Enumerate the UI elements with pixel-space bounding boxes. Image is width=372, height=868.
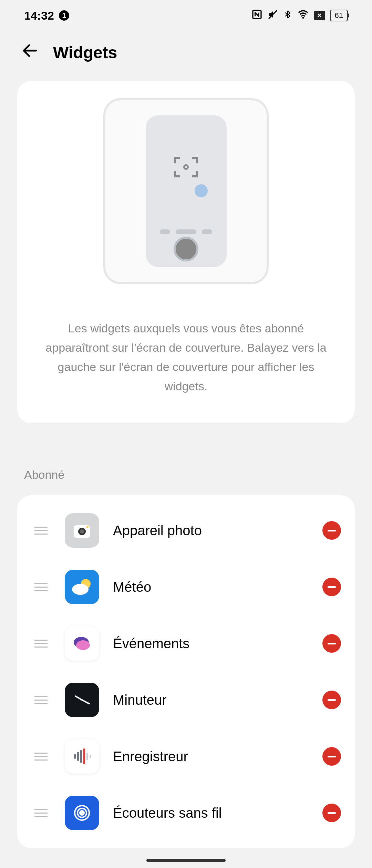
list-item: Événements [31, 615, 341, 672]
bluetooth-icon [283, 9, 292, 22]
list-item-label: Écouteurs sans fil [113, 805, 309, 821]
intro-card: Les widgets auxquels vous vous êtes abon… [17, 81, 355, 423]
svg-point-5 [80, 529, 84, 534]
drag-handle-icon[interactable] [31, 696, 51, 704]
svg-rect-15 [80, 750, 82, 763]
svg-line-11 [75, 696, 82, 700]
navigation-handle[interactable] [146, 859, 226, 862]
svg-rect-13 [74, 754, 76, 759]
drag-handle-icon[interactable] [31, 583, 51, 591]
list-item-label: Météo [113, 579, 309, 595]
remove-button[interactable] [322, 747, 341, 766]
svg-rect-16 [83, 748, 85, 764]
svg-line-12 [82, 700, 89, 704]
viewfinder-icon [174, 157, 198, 177]
svg-rect-17 [86, 753, 88, 760]
battery-indicator: 61 [330, 10, 348, 21]
drag-handle-icon[interactable] [31, 809, 51, 817]
svg-rect-14 [77, 752, 79, 761]
home-button-icon [174, 237, 198, 261]
page-header: Widgets [0, 31, 372, 81]
list-item-label: Appareil photo [113, 523, 309, 538]
nfc-icon [251, 9, 262, 22]
list-item: Météo [31, 559, 341, 615]
remove-button[interactable] [322, 578, 341, 596]
recorder-icon [65, 739, 99, 774]
list-item: Écouteurs sans fil [31, 785, 341, 841]
remove-button[interactable] [322, 521, 341, 540]
events-icon [65, 626, 99, 661]
remove-button[interactable] [322, 691, 341, 709]
svg-point-19 [79, 810, 85, 816]
intro-description: Les widgets auxquels vous vous êtes abon… [38, 319, 334, 396]
list-item-label: Minuteur [113, 692, 309, 708]
camera-icon [65, 513, 99, 548]
wifi-icon [297, 9, 309, 22]
svg-point-2 [302, 17, 304, 18]
notification-badge: 1 [59, 10, 69, 21]
indicator-dot-icon [195, 184, 208, 197]
earbuds-icon [65, 796, 99, 830]
svg-rect-18 [90, 755, 91, 758]
list-item: Minuteur [31, 672, 341, 728]
subscribed-section-title: Abonné [24, 468, 348, 482]
drag-handle-icon[interactable] [31, 527, 51, 535]
data-block-icon: ✕ [314, 11, 325, 20]
drag-handle-icon[interactable] [31, 640, 51, 648]
svg-point-10 [76, 640, 90, 650]
list-item: Enregistreur [31, 728, 341, 785]
status-bar: 14:32 1 ✕ 61 [0, 0, 372, 31]
status-time: 14:32 [24, 9, 54, 22]
mute-icon [267, 9, 278, 22]
svg-point-8 [72, 584, 89, 595]
list-item: Appareil photo [31, 502, 341, 559]
list-item-label: Enregistreur [113, 749, 309, 764]
weather-icon [65, 570, 99, 604]
timer-icon [65, 683, 99, 717]
page-title: Widgets [53, 43, 117, 62]
drag-handle-icon[interactable] [31, 753, 51, 761]
list-item-label: Événements [113, 636, 309, 651]
remove-button[interactable] [322, 634, 341, 653]
back-button[interactable] [21, 41, 39, 64]
remove-button[interactable] [322, 804, 341, 822]
svg-point-6 [86, 526, 89, 528]
cover-screen-preview [103, 98, 269, 284]
subscribed-list: Appareil photo Météo Événements Minuteur [17, 495, 355, 848]
